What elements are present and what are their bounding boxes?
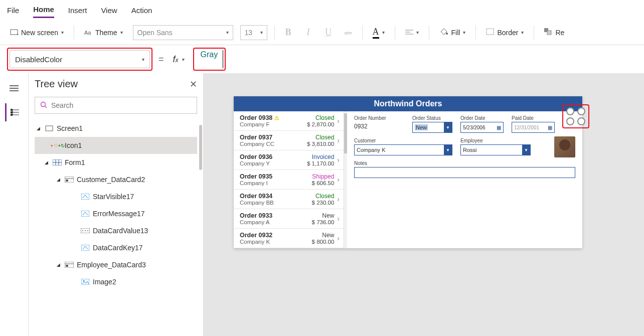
search-input[interactable] [51, 101, 192, 109]
font-size-selector[interactable]: 13 ▾ [240, 25, 267, 40]
chevron-down-icon: ▾ [61, 30, 64, 35]
svg-point-43 [83, 280, 85, 282]
theme-button[interactable]: Aa Theme ▾ [81, 27, 126, 39]
svg-rect-25 [66, 180, 68, 182]
svg-line-38 [85, 246, 88, 249]
tree-nodes: ◢ Screen1 ⚬♡+↻ Icon1 ◢ Form1 ◢ Customer_… [35, 120, 197, 290]
order-status-select[interactable]: New ▼ [412, 122, 452, 133]
order-row[interactable]: Order 0937Company CCClosed$ 3,810.00› [234, 131, 344, 150]
notes-label: Notes [354, 160, 575, 166]
menu-file[interactable]: File [7, 3, 19, 18]
svg-line-28 [85, 195, 88, 198]
chevron-down-icon: ▾ [120, 30, 123, 35]
tree-node-customer-datacard[interactable]: ◢ Customer_DataCard2 [35, 171, 197, 188]
separator [475, 26, 476, 40]
font-selector[interactable]: Open Sans ▾ [133, 25, 233, 40]
svg-text:Aa: Aa [84, 30, 91, 36]
separator [534, 26, 534, 40]
notes-input[interactable] [354, 167, 575, 178]
order-row[interactable]: Order 0938⚠Company FClosed$ 2,870.00› [234, 111, 344, 131]
svg-rect-36 [81, 245, 89, 251]
order-status-label: Order Status [412, 115, 452, 121]
node-label: StarVisible17 [93, 193, 134, 201]
tree-node-screen1[interactable]: ◢ Screen1 [35, 120, 197, 137]
border-icon [486, 28, 494, 37]
order-row[interactable]: Order 0936Company YInvoiced$ 1,170.00› [234, 150, 344, 170]
chevron-right-icon: › [337, 234, 340, 242]
chevron-down-icon: ▾ [182, 57, 184, 62]
separator [274, 26, 275, 40]
caret-icon: ◢ [45, 160, 50, 165]
svg-point-6 [446, 33, 448, 35]
menu-action[interactable]: Action [131, 3, 152, 18]
hamburger-button[interactable] [5, 79, 23, 97]
order-row[interactable]: Order 0933Company ANew$ 736.00› [234, 209, 344, 229]
node-label: ErrorMessage17 [93, 210, 145, 218]
close-button[interactable]: ✕ [190, 79, 197, 90]
border-button[interactable]: Border ▾ [483, 26, 527, 39]
tree-node-datacardvalue[interactable]: DataCardValue13 [35, 222, 197, 239]
svg-point-33 [82, 230, 83, 231]
tree-node-datacardkey[interactable]: DataCardKey17 [35, 239, 197, 256]
tree-node-form1[interactable]: ◢ Form1 [35, 154, 197, 171]
formula-input[interactable]: Gray [196, 50, 224, 68]
app-preview: Northwind Orders Order 0938⚠Company FClo… [234, 96, 582, 248]
theme-label: Theme [95, 29, 117, 37]
menu-insert[interactable]: Insert [68, 3, 87, 18]
tree-search[interactable] [35, 97, 197, 114]
theme-icon: Aa [84, 29, 92, 36]
separator [74, 26, 74, 40]
underline-button[interactable]: U [322, 27, 335, 38]
chevron-down-icon: ▼ [444, 122, 452, 132]
svg-line-30 [83, 212, 85, 215]
image-icon [81, 278, 90, 285]
tree-node-employee-datacard[interactable]: ◢ Employee_DataCard3 [35, 256, 197, 273]
menu-view[interactable]: View [101, 3, 117, 18]
order-row[interactable]: Order 0935Company IShipped$ 606.50› [234, 170, 344, 190]
tree-node-starvisible[interactable]: StarVisible17 [35, 188, 197, 205]
fx-button[interactable]: fx ▾ [170, 52, 187, 67]
employee-avatar [554, 136, 575, 157]
bold-button[interactable]: B [282, 27, 295, 38]
order-row[interactable]: Order 0932Company KNew$ 800.00› [234, 229, 344, 248]
align-icon [405, 29, 413, 37]
reorder-button[interactable]: Re [541, 26, 567, 39]
order-gallery[interactable]: Order 0938⚠Company FClosed$ 2,870.00›Ord… [234, 111, 344, 248]
new-screen-label: New screen [21, 29, 58, 37]
caret-icon: ◢ [57, 262, 62, 267]
tree-node-image2[interactable]: Image2 [35, 273, 197, 290]
align-button[interactable]: ▾ [402, 27, 422, 39]
tree-view-title: Tree view [35, 78, 78, 90]
font-color-button[interactable]: A ▾ [370, 25, 388, 41]
fill-button[interactable]: Fill ▾ [436, 26, 469, 39]
chevron-right-icon: › [337, 136, 340, 144]
menu-home[interactable]: Home [33, 2, 54, 18]
svg-line-17 [45, 106, 47, 108]
tree-scrollbar[interactable] [199, 125, 202, 170]
italic-button[interactable]: I [302, 27, 315, 38]
property-selector-highlight: DisabledColor ▾ [7, 48, 152, 71]
warning-icon: ⚠ [274, 115, 279, 121]
label-icon [81, 193, 90, 200]
node-label: DataCardValue13 [93, 227, 148, 235]
order-number-value: 0932 [354, 122, 404, 131]
tree-node-errormessage[interactable]: ErrorMessage17 [35, 205, 197, 222]
chevron-down-icon: ▾ [382, 30, 385, 35]
customer-select[interactable]: Company K ▼ [354, 144, 452, 155]
employee-value: Rossi [463, 147, 477, 153]
employee-select[interactable]: Rossi ▼ [460, 144, 531, 155]
tree-view-button[interactable] [5, 103, 23, 121]
font-value: Open Sans [137, 29, 173, 37]
property-selector[interactable]: DisabledColor ▾ [10, 50, 150, 68]
new-screen-button[interactable]: + New screen ▾ [7, 27, 67, 39]
tree-node-icon1[interactable]: ⚬♡+↻ Icon1 [35, 137, 197, 154]
strikethrough-button[interactable]: abc [342, 30, 355, 36]
separator [362, 26, 363, 40]
paid-date-picker[interactable]: 12/31/2001 ▦ [512, 122, 555, 133]
caret-icon: ◢ [57, 177, 62, 182]
order-date-picker[interactable]: 5/23/2006 ▦ [460, 122, 504, 133]
order-row[interactable]: Order 0934Company BBClosed$ 230.00› [234, 190, 344, 209]
chevron-down-icon: ▾ [521, 30, 524, 35]
design-canvas[interactable]: Northwind Orders Order 0938⚠Company FClo… [204, 73, 644, 336]
order-detail-form: Order Number 0932 Order Status New ▼ Ord… [347, 111, 582, 248]
